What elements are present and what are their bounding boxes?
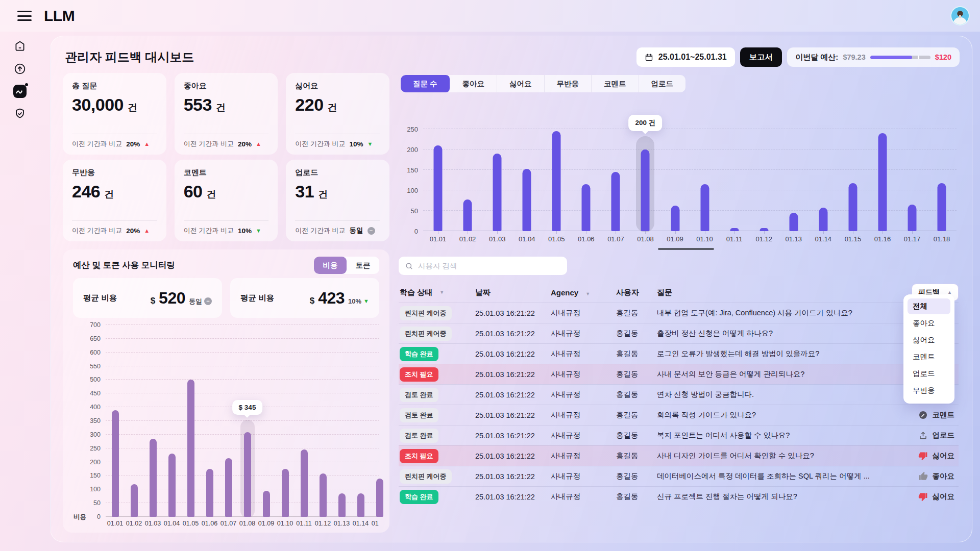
bar [611,172,620,231]
x-tick-label: 01.13 [779,235,808,243]
feedback-label: 업로드 [933,431,955,440]
stat-card-value: 220 [295,95,323,115]
user-cell: 홍길동 [616,329,657,338]
user-avatar[interactable] [950,6,970,26]
status-badge: 린치핀 케어중 [400,306,452,320]
toggle-token[interactable]: 토큰 [347,257,379,274]
x-tick-label: 01.02 [125,520,143,527]
table-row[interactable]: 학습 완료25.01.03 16:21:22사내규정홍길동로그인 오류가 발생했… [399,343,959,364]
bar-column [200,325,219,517]
bar-column [601,106,630,231]
sort-caret-icon[interactable]: ▼ [585,291,590,296]
hamburger-menu-icon[interactable] [17,11,32,21]
questions-chart-panel: 질문 수좋아요싫어요무반응코멘트업로드 050100150200250200 건… [398,73,960,241]
filter-option-none[interactable]: 무반응 [908,383,950,398]
status-cell: 검토 완료 [399,408,475,422]
table-row[interactable]: 검토 완료25.01.03 16:21:22사내규정홍길동연차 신청 방법이 궁… [399,384,959,405]
x-tick-label: 01.05 [542,235,571,243]
shield-check-icon[interactable] [13,107,27,120]
budget-label: 이번달 예산: [795,53,838,62]
question-cell: 연차 신청 방법이 궁금합니다. [657,390,892,399]
bar-column [720,106,749,231]
cost-change-text: 10% [348,297,361,305]
table-row[interactable]: 린치핀 케어중25.01.03 16:21:22사내규정홍길동데이터베이스에서 … [399,466,959,486]
analytics-icon[interactable] [13,85,27,98]
bar [376,479,383,517]
trend-up-icon: ▲ [144,141,150,147]
user-cell: 홍길동 [616,431,657,440]
x-tick-label: 01.05 [181,520,200,527]
filter-option-upload[interactable]: 업로드 [908,366,950,382]
app-logo: LLM [44,7,75,24]
bar [523,169,531,231]
stat-card-unit: 건 [328,101,337,114]
stat-card-value: 31 [295,182,314,202]
tab-uploads[interactable]: 업로드 [639,75,686,92]
x-tick-label: 01.07 [219,520,238,527]
bar [671,206,679,231]
tab-likes[interactable]: 좋아요 [450,75,498,92]
feedback-label: 좋아요 [933,471,955,481]
table-row[interactable]: 학습 완료25.01.03 16:21:22사내규정홍길동신규 프로젝트 진행 … [399,486,959,507]
stat-card-value-row: 553건 [184,95,269,115]
average-cost-card: 평균 비용$520동일− [73,278,222,318]
bar [493,154,502,231]
search-input[interactable] [418,262,561,270]
x-tick-label: 01.06 [200,520,219,527]
tab-dislikes[interactable]: 싫어요 [497,75,545,92]
table-row[interactable]: 검토 완료25.01.03 16:21:22사내규정홍길동회의록 작성 가이드가… [399,405,959,425]
home-icon[interactable] [13,40,27,53]
bar [206,469,213,517]
y-tick-label: 200 [90,459,101,466]
x-tick-label: 01.14 [808,235,838,243]
bar [819,208,827,231]
compare-change-value: 10% [350,140,363,148]
table-row[interactable]: 검토 완료25.01.03 16:21:22사내규정홍길동복지 포인트는 어디서… [399,425,959,445]
budget-panel-title: 예산 및 토큰 사용 모니터링 [73,260,175,271]
cost-change-text: 동일 [189,297,202,306]
question-cell: 로그인 오류가 발생했는데 해결 방법이 있을까요? [657,349,892,359]
date-cell: 25.01.03 16:21:22 [475,370,551,379]
trend-up-icon: ▲ [144,228,150,234]
compare-label: 이전 기간과 비교 [295,226,345,235]
trend-down-icon: ▼ [256,228,261,234]
trend-down-icon: ▼ [368,141,373,147]
filter-option-dislike[interactable]: 싫어요 [908,332,950,348]
stat-cards: 총 질문30,000건이전 기간과 비교20%▲좋아요553건이전 기간과 비교… [63,73,389,241]
stat-card: 업로드31건이전 기간과 비교동일− [286,160,389,241]
filter-option-all[interactable]: 전체 [908,298,950,314]
table-row[interactable]: 조치 필요25.01.03 16:21:22사내규정홍길동사내 디자인 가이드를… [399,445,959,466]
column-header-label: 학습 상태 [400,288,432,297]
tab-comments[interactable]: 코멘트 [592,75,639,92]
bar-column [660,106,690,231]
table-row[interactable]: 린치핀 케어중25.01.03 16:21:22사내규정홍길동출장비 정산 신청… [399,323,959,343]
bar [187,380,194,517]
budget-token-panel: 예산 및 토큰 사용 모니터링 비용토큰 평균 비용$520동일−평균 비용$4… [63,249,389,533]
filter-option-comment[interactable]: 코멘트 [908,349,950,365]
column-header: Agency▼ [551,288,616,297]
date-range-picker[interactable]: 25.01.01~25.01.31 [636,47,735,67]
stat-card-value: 246 [72,182,100,202]
upload-circle-icon[interactable] [13,62,27,76]
table-row[interactable]: 린치핀 케어중25.01.03 16:21:22사내규정홍길동내부 협업 도구(… [399,303,959,323]
report-button[interactable]: 보고서 [740,47,782,67]
stat-card-value: 553 [184,95,212,115]
compare-label: 이전 기간과 비교 [72,139,122,148]
status-badge: 검토 완료 [400,429,438,443]
currency-symbol: $ [310,296,314,306]
user-cell: 홍길동 [616,471,657,481]
column-header-label: 날짜 [475,288,491,296]
tab-no-response[interactable]: 무반응 [545,75,592,92]
filter-option-like[interactable]: 좋아요 [908,315,950,331]
status-cell: 학습 완료 [399,490,475,504]
sort-caret-icon[interactable]: ▼ [439,290,444,295]
status-cell: 린치핀 케어중 [399,327,475,341]
y-tick-label: 100 [407,187,418,194]
stat-card-value-row: 30,000건 [72,95,157,115]
question-cell: 데이터베이스에서 특정 데이터를 조회하는 SQL 쿼리는 어떻게 ... [657,471,892,481]
bar [357,493,364,517]
question-cell: 내부 협업 도구(예: Jira, Confluence) 사용 가이드가 있나… [657,308,892,318]
tab-questions[interactable]: 질문 수 [401,75,450,92]
toggle-cost[interactable]: 비용 [314,257,347,274]
table-row[interactable]: 조치 필요25.01.03 16:21:22사내규정홍길동사내 문서의 보안 등… [399,364,959,384]
